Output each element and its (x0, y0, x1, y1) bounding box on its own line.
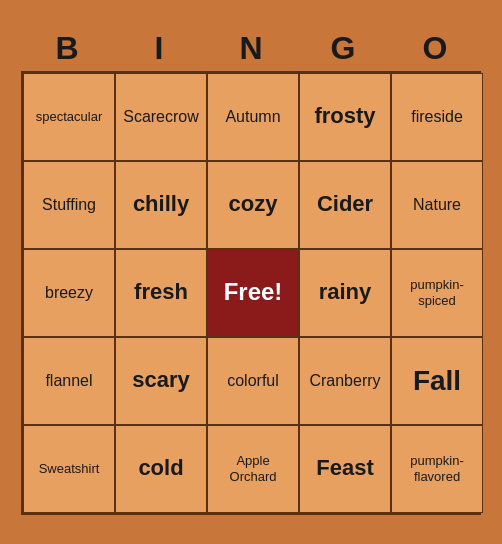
bingo-cell-r2-c2[interactable]: Free! (207, 249, 299, 337)
cell-text: Scarecrow (123, 107, 199, 126)
bingo-cell-r0-c4[interactable]: fireside (391, 73, 483, 161)
cell-text: fresh (134, 279, 188, 305)
cell-text: Nature (413, 195, 461, 214)
bingo-cell-r4-c3[interactable]: Feast (299, 425, 391, 513)
bingo-cell-r4-c2[interactable]: Apple Orchard (207, 425, 299, 513)
bingo-letter-n: N (208, 30, 294, 67)
cell-text: Stuffing (42, 195, 96, 214)
cell-text: cold (138, 455, 183, 481)
bingo-cell-r1-c1[interactable]: chilly (115, 161, 207, 249)
bingo-cell-r2-c4[interactable]: pumpkin-spiced (391, 249, 483, 337)
bingo-header: BINGO (21, 30, 481, 67)
cell-text: Cider (317, 191, 373, 217)
cell-text: Apple Orchard (212, 453, 294, 484)
cell-text: Fall (413, 364, 461, 398)
bingo-cell-r1-c4[interactable]: Nature (391, 161, 483, 249)
bingo-letter-i: I (116, 30, 202, 67)
cell-text: Feast (316, 455, 373, 481)
cell-text: Autumn (225, 107, 280, 126)
bingo-cell-r0-c0[interactable]: spectacular (23, 73, 115, 161)
bingo-grid: spectacularScarecrowAutumnfrostyfireside… (21, 71, 481, 515)
bingo-cell-r3-c2[interactable]: colorful (207, 337, 299, 425)
bingo-cell-r4-c1[interactable]: cold (115, 425, 207, 513)
bingo-cell-r4-c0[interactable]: Sweatshirt (23, 425, 115, 513)
bingo-cell-r0-c3[interactable]: frosty (299, 73, 391, 161)
cell-text: frosty (314, 103, 375, 129)
bingo-cell-r3-c0[interactable]: flannel (23, 337, 115, 425)
bingo-cell-r4-c4[interactable]: pumpkin-flavored (391, 425, 483, 513)
bingo-cell-r1-c0[interactable]: Stuffing (23, 161, 115, 249)
cell-text: scary (132, 367, 190, 393)
cell-text: Sweatshirt (39, 461, 100, 477)
cell-text: rainy (319, 279, 372, 305)
bingo-cell-r0-c2[interactable]: Autumn (207, 73, 299, 161)
bingo-card: BINGO spectacularScarecrowAutumnfrostyfi… (11, 20, 491, 525)
cell-text: breezy (45, 283, 93, 302)
cell-text: colorful (227, 371, 279, 390)
cell-text: flannel (45, 371, 92, 390)
bingo-cell-r2-c0[interactable]: breezy (23, 249, 115, 337)
bingo-cell-r0-c1[interactable]: Scarecrow (115, 73, 207, 161)
bingo-cell-r1-c2[interactable]: cozy (207, 161, 299, 249)
cell-text: Cranberry (309, 371, 380, 390)
cell-text: spectacular (36, 109, 102, 125)
bingo-cell-r2-c1[interactable]: fresh (115, 249, 207, 337)
cell-text: pumpkin-flavored (396, 453, 478, 484)
cell-text: cozy (229, 191, 278, 217)
bingo-letter-b: B (24, 30, 110, 67)
cell-text: Free! (224, 278, 283, 307)
bingo-cell-r2-c3[interactable]: rainy (299, 249, 391, 337)
bingo-letter-g: G (300, 30, 386, 67)
bingo-cell-r3-c4[interactable]: Fall (391, 337, 483, 425)
cell-text: pumpkin-spiced (396, 277, 478, 308)
bingo-letter-o: O (392, 30, 478, 67)
cell-text: chilly (133, 191, 189, 217)
bingo-cell-r3-c1[interactable]: scary (115, 337, 207, 425)
cell-text: fireside (411, 107, 463, 126)
bingo-cell-r3-c3[interactable]: Cranberry (299, 337, 391, 425)
bingo-cell-r1-c3[interactable]: Cider (299, 161, 391, 249)
